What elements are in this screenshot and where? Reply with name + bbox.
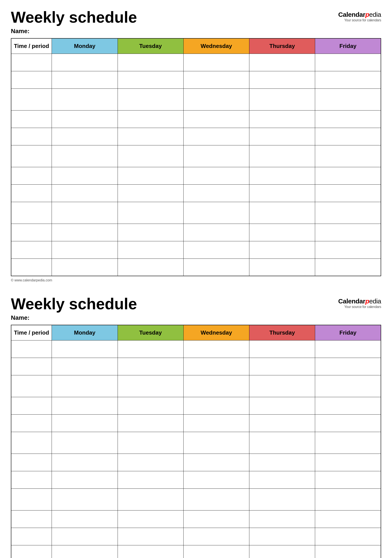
cell-time bbox=[11, 224, 52, 241]
header-tuesday-2: Tuesday bbox=[118, 325, 183, 340]
table-row bbox=[11, 110, 381, 128]
cell-time bbox=[11, 545, 52, 558]
cell-time bbox=[11, 241, 52, 259]
logo-area-1: Calendarpedia Your source for calendars bbox=[338, 9, 381, 22]
table-row bbox=[11, 145, 381, 167]
cell-time bbox=[11, 358, 52, 375]
table-row bbox=[11, 358, 381, 375]
header-friday-1: Friday bbox=[315, 38, 381, 54]
name-label-2: Name: bbox=[11, 314, 381, 321]
header-thursday-2: Thursday bbox=[249, 325, 315, 340]
table-row bbox=[11, 528, 381, 545]
header-monday-2: Monday bbox=[52, 325, 118, 340]
cell-time bbox=[11, 145, 52, 167]
table-row bbox=[11, 71, 381, 88]
cell-time bbox=[11, 453, 52, 471]
table-row bbox=[11, 340, 381, 358]
section1-header: Weekly schedule Calendarpedia Your sourc… bbox=[11, 9, 381, 26]
header-wednesday-2: Wednesday bbox=[183, 325, 249, 340]
cell-time bbox=[11, 488, 52, 510]
cell-time bbox=[11, 510, 52, 528]
logo-tagline-2: Your source for calendars bbox=[338, 305, 381, 309]
table-row bbox=[11, 397, 381, 414]
logo-tagline-1: Your source for calendars bbox=[338, 18, 381, 22]
cell-time bbox=[11, 471, 52, 488]
logo-brand-1: Calendarpedia bbox=[338, 11, 381, 18]
table-row bbox=[11, 184, 381, 202]
table-header-row-1: Time / period Monday Tuesday Wednesday T… bbox=[11, 38, 381, 54]
schedule-section-1: Weekly schedule Calendarpedia Your sourc… bbox=[11, 9, 381, 282]
cell-time bbox=[11, 71, 52, 88]
logo-2: Calendarpedia Your source for calendars bbox=[338, 297, 381, 309]
table-row bbox=[11, 54, 381, 71]
cell-time bbox=[11, 340, 52, 358]
table-row bbox=[11, 375, 381, 397]
header-time-2: Time / period bbox=[11, 325, 52, 340]
logo-1: Calendarpedia Your source for calendars bbox=[338, 11, 381, 22]
table-row bbox=[11, 259, 381, 276]
table-row bbox=[11, 202, 381, 224]
header-wednesday-1: Wednesday bbox=[183, 38, 249, 54]
cell-time bbox=[11, 432, 52, 453]
schedule-section-2: Weekly schedule Calendarpedia Your sourc… bbox=[11, 295, 381, 558]
cell-time bbox=[11, 88, 52, 110]
table-row bbox=[11, 128, 381, 145]
cell-time bbox=[11, 528, 52, 545]
cell-time bbox=[11, 54, 52, 71]
table-row bbox=[11, 488, 381, 510]
table-row bbox=[11, 414, 381, 432]
table-row bbox=[11, 432, 381, 453]
table-row bbox=[11, 88, 381, 110]
header-tuesday-1: Tuesday bbox=[118, 38, 183, 54]
table-header-row-2: Time / period Monday Tuesday Wednesday T… bbox=[11, 325, 381, 340]
cell-time bbox=[11, 259, 52, 276]
logo-brand-2: Calendarpedia bbox=[338, 297, 381, 305]
cell-time bbox=[11, 375, 52, 397]
schedule-table-2: Time / period Monday Tuesday Wednesday T… bbox=[11, 325, 381, 558]
header-monday-1: Monday bbox=[52, 38, 118, 54]
page-title-2: Weekly schedule bbox=[11, 295, 137, 313]
copyright-1: © www.calendarpedia.com bbox=[11, 278, 381, 282]
cell-time bbox=[11, 202, 52, 224]
cell-time bbox=[11, 397, 52, 414]
header-thursday-1: Thursday bbox=[249, 38, 315, 54]
page-title-1: Weekly schedule bbox=[11, 9, 137, 26]
header-time-1: Time / period bbox=[11, 38, 52, 54]
cell-time bbox=[11, 184, 52, 202]
table-row bbox=[11, 167, 381, 184]
table-row bbox=[11, 510, 381, 528]
name-label-1: Name: bbox=[11, 28, 381, 35]
table-row bbox=[11, 453, 381, 471]
table-row bbox=[11, 545, 381, 558]
section2-header: Weekly schedule Calendarpedia Your sourc… bbox=[11, 295, 381, 313]
cell-time bbox=[11, 128, 52, 145]
schedule-table-1: Time / period Monday Tuesday Wednesday T… bbox=[11, 38, 381, 276]
table-row bbox=[11, 471, 381, 488]
cell-time bbox=[11, 110, 52, 128]
cell-time bbox=[11, 414, 52, 432]
logo-area-2: Calendarpedia Your source for calendars bbox=[338, 295, 381, 309]
header-friday-2: Friday bbox=[315, 325, 381, 340]
cell-time bbox=[11, 167, 52, 184]
table-row bbox=[11, 241, 381, 259]
table-row bbox=[11, 224, 381, 241]
